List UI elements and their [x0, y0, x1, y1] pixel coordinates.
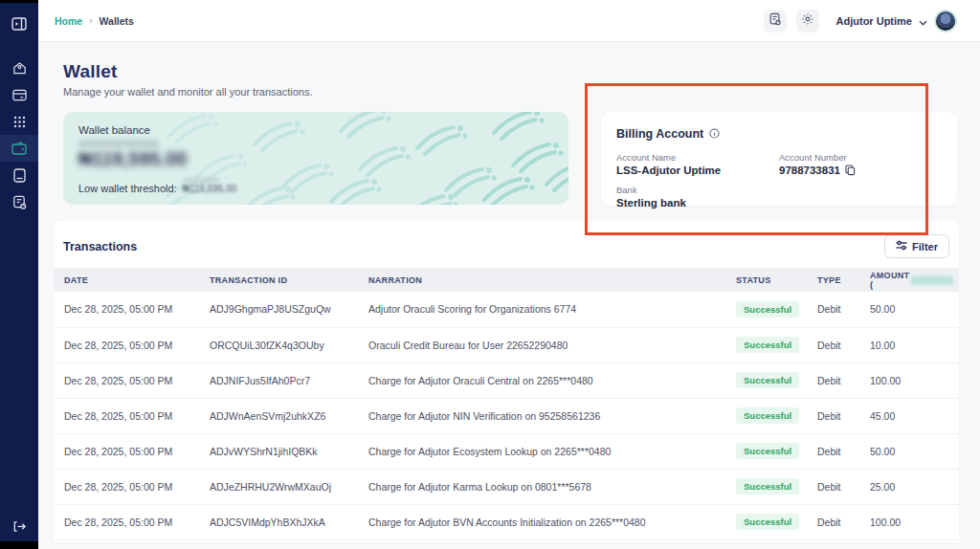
cell-amount: 25.00 [864, 469, 959, 504]
low-wallet-threshold: Low wallet threshold: ₦119,595.00 [78, 178, 236, 194]
column-header-amount: Amount ( [864, 268, 959, 292]
billing-account-header: Billing Account [616, 125, 942, 143]
user-name: Adjutor Uptime [836, 15, 912, 27]
sidebar-item-card[interactable] [0, 81, 38, 108]
svg-text:?: ? [777, 21, 779, 25]
filter-button[interactable]: Filter [884, 234, 949, 258]
cell-date: Dec 28, 2025, 05:00 PM [54, 433, 204, 469]
account-name-label: Account Name [616, 152, 779, 163]
cell-narration: Charge for Adjutor BVN Accounts Initiali… [363, 504, 730, 539]
cell-date: Dec 28, 2025, 05:00 PM [54, 469, 204, 504]
cell-status: Successful [730, 433, 812, 469]
cell-transaction-id: ADJC5VIMdpYhBXhJXkA [204, 504, 363, 539]
blurred-caption [78, 140, 159, 147]
threshold-value-stack: ₦119,595.00 [183, 178, 237, 194]
filter-label: Filter [912, 241, 938, 253]
copy-icon[interactable] [845, 165, 856, 176]
cell-date: Dec 28, 2025, 05:00 PM [54, 292, 204, 327]
breadcrumb: Home › Wallets [55, 15, 134, 27]
cell-type: Debit [812, 504, 864, 539]
cell-type: Debit [812, 292, 864, 327]
breadcrumb-home[interactable]: Home [55, 15, 82, 27]
table-row: Dec 28, 2025, 05:00 PM ORCQUiL30fZK4q3OU… [54, 327, 959, 362]
docs-help-button[interactable]: ? [764, 10, 787, 33]
page-content: Wallet Manage your wallet and monitor al… [38, 42, 980, 549]
sidebar-item-home[interactable] [0, 55, 38, 81]
cell-transaction-id: ADJvWYShrN1jihIQBKk [204, 433, 363, 469]
blurred-caption-small [183, 178, 219, 183]
sidebar-item-api-docs[interactable]: ? [0, 188, 38, 215]
cell-amount: 45.00 [864, 398, 959, 433]
panel-toggle-icon[interactable] [0, 11, 38, 37]
account-number-label: Account Number [779, 152, 942, 163]
info-icon[interactable] [709, 125, 720, 143]
cell-transaction-id: ADJNIFJus5IfAh0Pcr7 [204, 362, 363, 398]
cell-type: Debit [812, 327, 864, 362]
status-badge: Successful [736, 443, 799, 459]
cell-type: Debit [812, 398, 864, 433]
cell-date: Dec 28, 2025, 05:00 PM [54, 362, 204, 398]
summary-cards: Wallet balance ₦119,595.00 Low wallet th… [63, 112, 959, 206]
chevron-down-icon [919, 12, 927, 30]
cell-transaction-id: ORCQUiL30fZK4q3OUby [204, 327, 363, 362]
cell-narration: Oraculi Credit Bureau for User 226522904… [363, 327, 730, 362]
main-area: Home › Wallets ? [38, 0, 980, 549]
status-badge: Successful [736, 372, 799, 388]
table-row: Dec 28, 2025, 05:00 PM ADJWnAenSVmj2uhkX… [54, 398, 959, 433]
table-body: Dec 28, 2025, 05:00 PM ADJ9GhgmaPJ8USZgu… [54, 292, 959, 539]
transactions-card: Transactions Filter [54, 221, 959, 542]
sidebar-item-wallet[interactable] [0, 135, 38, 162]
table-row: Dec 28, 2025, 05:00 PM ADJC5VIMdpYhBXhJX… [54, 504, 959, 539]
cell-transaction-id: ADJWnAenSVmj2uhkXZ6 [204, 398, 363, 433]
column-header-type: Type [812, 268, 864, 292]
column-header-transaction-id: Transaction ID [204, 268, 363, 292]
bank-value: Sterling bank [616, 197, 779, 209]
status-badge: Successful [736, 478, 799, 494]
cell-status: Successful [730, 398, 812, 433]
cell-status: Successful [730, 504, 812, 539]
sidebar-item-apps[interactable] [0, 108, 38, 135]
sidebar-items: ? [0, 55, 38, 215]
app-window: ? Home › Wallets [0, 0, 980, 549]
file-question-icon: ? [768, 12, 782, 29]
page-subtitle: Manage your wallet and monitor all your … [63, 86, 959, 98]
cell-amount: 50.00 [864, 433, 959, 469]
cell-date: Dec 28, 2025, 05:00 PM [54, 327, 204, 362]
wallet-balance-label: Wallet balance [78, 124, 553, 136]
wallet-balance-card: Wallet balance ₦119,595.00 Low wallet th… [63, 112, 568, 205]
table-row: Dec 28, 2025, 05:00 PM ADJ9GhgmaPJ8USZgu… [54, 292, 959, 327]
status-badge: Successful [736, 514, 799, 530]
account-name-field: Account Name LSS-Adjutor Uptime [616, 152, 779, 176]
account-number-field: Account Number 9788733831 [779, 152, 942, 176]
table-row: Dec 28, 2025, 05:00 PM ADJNIFJus5IfAh0Pc… [54, 362, 959, 398]
transactions-header: Transactions Filter [54, 221, 959, 268]
column-header-narration: Narration [363, 268, 730, 292]
cell-narration: Adjutor Oraculi Scoring for Organization… [363, 292, 730, 327]
breadcrumb-current: Wallets [100, 15, 134, 27]
user-menu[interactable]: Adjutor Uptime [836, 10, 957, 33]
threshold-label: Low wallet threshold: [78, 183, 177, 194]
table-row: Dec 28, 2025, 05:00 PM ADJvWYShrN1jihIQB… [54, 433, 959, 469]
cell-narration: Charge for Adjutor Ecosystem Lookup on 2… [363, 433, 730, 469]
logout-icon[interactable] [0, 513, 38, 539]
page-title: Wallet [63, 61, 959, 82]
bank-field: Bank Sterling bank [616, 185, 779, 209]
settings-button[interactable] [796, 10, 819, 33]
status-badge: Successful [736, 407, 799, 424]
avatar[interactable] [934, 10, 957, 33]
billing-account-card: Billing Account Account Name L [601, 112, 957, 206]
column-header-date: Date [54, 268, 204, 292]
status-badge: Successful [736, 301, 799, 318]
cell-amount: 100.00 [864, 362, 959, 398]
sidebar-item-book[interactable] [0, 162, 38, 188]
cell-narration: Charge for Adjutor NIN Verification on 9… [363, 398, 730, 433]
sidebar-nav: ? [0, 3, 38, 541]
cell-transaction-id: ADJeZHRHU2WrwMXauOj [204, 469, 363, 504]
cell-status: Successful [730, 469, 812, 504]
cell-transaction-id: ADJ9GhgmaPJ8USZguQw [204, 292, 363, 327]
table-header-row: Date Transaction ID Narration Status Typ… [54, 268, 959, 292]
transactions-table: Date Transaction ID Narration Status Typ… [54, 268, 959, 540]
cell-type: Debit [812, 433, 864, 469]
cell-status: Successful [730, 327, 812, 362]
status-badge: Successful [736, 337, 799, 353]
